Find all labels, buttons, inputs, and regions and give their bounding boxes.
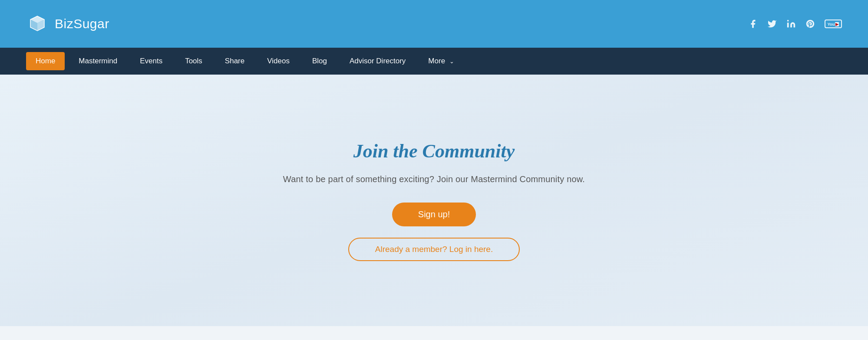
facebook-icon[interactable] bbox=[748, 19, 758, 29]
nav-item-mastermind[interactable]: Mastermind bbox=[67, 48, 129, 75]
nav-item-blog[interactable]: Blog bbox=[301, 48, 338, 75]
nav-item-videos[interactable]: Videos bbox=[256, 48, 301, 75]
nav-item-advisor-directory[interactable]: Advisor Directory bbox=[338, 48, 417, 75]
youtube-box: You▶ bbox=[825, 20, 842, 28]
main-content: Join the Community Want to be part of so… bbox=[0, 75, 868, 326]
social-icons-area: You▶ bbox=[748, 19, 842, 29]
main-nav: Home Mastermind Events Tools Share Video… bbox=[0, 48, 868, 75]
community-subtitle: Want to be part of something exciting? J… bbox=[283, 174, 585, 184]
page-title: Join the Community bbox=[353, 140, 515, 162]
nav-item-home[interactable]: Home bbox=[26, 52, 65, 70]
logo-text: BizSugar bbox=[55, 16, 109, 31]
youtube-icon[interactable]: You▶ bbox=[825, 20, 842, 28]
nav-item-tools[interactable]: Tools bbox=[174, 48, 214, 75]
svg-point-4 bbox=[787, 20, 789, 22]
nav-item-share[interactable]: Share bbox=[214, 48, 256, 75]
chevron-down-icon: ⌄ bbox=[449, 58, 454, 65]
twitter-icon[interactable] bbox=[767, 19, 777, 29]
linkedin-icon[interactable] bbox=[786, 19, 796, 29]
site-header: BizSugar bbox=[0, 0, 868, 48]
pinterest-icon[interactable] bbox=[805, 19, 815, 29]
logo-icon bbox=[26, 12, 49, 36]
nav-item-events[interactable]: Events bbox=[129, 48, 174, 75]
signup-button[interactable]: Sign up! bbox=[392, 203, 476, 226]
logo-area[interactable]: BizSugar bbox=[26, 12, 109, 36]
nav-item-more[interactable]: More ⌄ bbox=[417, 48, 465, 75]
login-button[interactable]: Already a member? Log in here. bbox=[348, 238, 520, 261]
